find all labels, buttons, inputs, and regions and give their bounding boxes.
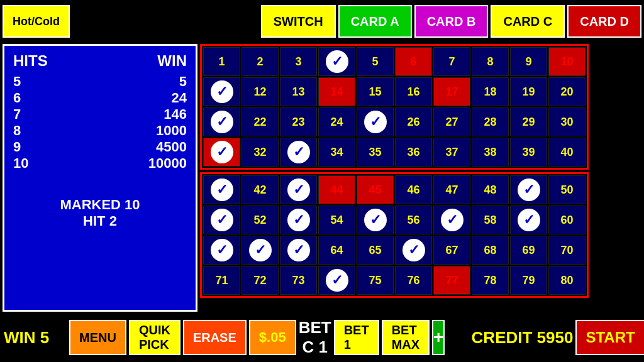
keno-cell[interactable] [318,266,355,295]
keno-cell[interactable]: 3 [280,47,317,76]
tab-card-b[interactable]: CARD B [414,5,489,38]
quik-pick-button[interactable]: QUIK PICK [129,320,180,355]
keno-cell[interactable]: 48 [472,175,509,204]
keno-cell[interactable]: 17 [433,77,470,106]
keno-cell[interactable]: 10 [548,47,586,76]
hw-hits: 9 [13,139,21,155]
keno-cell[interactable]: 68 [472,236,509,265]
keno-cell[interactable] [433,206,470,234]
keno-cell[interactable]: 60 [548,206,586,234]
keno-cell[interactable] [280,236,317,265]
keno-cell[interactable]: 67 [433,236,470,265]
keno-cell[interactable] [203,236,240,265]
keno-cell[interactable]: 14 [318,77,355,106]
bet-amount-button[interactable]: $.05 [249,320,296,355]
keno-cell[interactable] [357,107,394,136]
keno-cell[interactable]: 75 [357,266,394,295]
keno-cell[interactable] [280,175,317,204]
keno-cell[interactable]: 22 [242,107,279,136]
keno-cell[interactable] [510,206,547,234]
erase-button[interactable]: ERASE [183,320,247,355]
keno-cell[interactable]: 69 [510,236,547,265]
keno-cell[interactable]: 20 [548,77,586,106]
keno-cell[interactable] [203,138,240,167]
plus-button[interactable]: + [432,320,445,355]
bet1-button[interactable]: BET 1 [334,320,379,355]
keno-cell[interactable]: 13 [280,77,317,106]
keno-cell[interactable]: 76 [395,266,432,295]
keno-cell[interactable]: 30 [548,107,586,136]
keno-cell[interactable]: 2 [242,47,279,76]
keno-cell[interactable]: 46 [395,175,432,204]
keno-cell[interactable] [318,47,355,76]
keno-cell[interactable]: 27 [433,107,470,136]
keno-cell[interactable] [280,206,317,234]
keno-cell[interactable]: 79 [510,266,547,295]
keno-cell[interactable]: 26 [395,107,432,136]
keno-cell[interactable]: 44 [318,175,355,204]
hotcold-button[interactable]: Hot/Cold [3,5,70,38]
keno-cell[interactable]: 42 [242,175,279,204]
keno-cell[interactable]: 58 [472,206,509,234]
keno-cell[interactable]: 36 [395,138,432,167]
keno-cell[interactable]: 45 [357,175,394,204]
hw-win: 4500 [156,139,187,155]
keno-cell[interactable]: 34 [318,138,355,167]
keno-cell[interactable]: 6 [395,47,432,76]
keno-cell[interactable]: 78 [472,266,509,295]
keno-cell[interactable] [242,236,279,265]
keno-cell[interactable]: 80 [548,266,586,295]
keno-cell[interactable]: 64 [318,236,355,265]
keno-cell[interactable]: 23 [280,107,317,136]
tab-card-d[interactable]: CARD D [567,5,641,38]
keno-cell[interactable]: 1 [203,47,240,76]
keno-cell[interactable]: 35 [357,138,394,167]
tab-card-c[interactable]: CARD C [491,5,565,38]
keno-cell[interactable]: 70 [548,236,586,265]
tab-card-a[interactable]: CARD A [338,5,412,38]
keno-cell[interactable] [203,107,240,136]
keno-cell[interactable]: 18 [472,77,509,106]
keno-cell[interactable]: 54 [318,206,355,234]
keno-cell[interactable]: 15 [357,77,394,106]
hw-row: 94500 [13,139,187,155]
keno-cell[interactable]: 72 [242,266,279,295]
keno-cell[interactable]: 65 [357,236,394,265]
keno-cell[interactable]: 29 [510,107,547,136]
keno-cell[interactable]: 24 [318,107,355,136]
keno-cell[interactable]: 77 [433,266,470,295]
keno-cell[interactable] [395,236,432,265]
keno-cell[interactable]: 39 [510,138,547,167]
keno-cell[interactable]: 52 [242,206,279,234]
keno-cell[interactable]: 38 [472,138,509,167]
betmax-button[interactable]: BET MAX [382,320,430,355]
keno-cell[interactable]: 73 [280,266,317,295]
keno-cell[interactable]: 9 [510,47,547,76]
keno-cell[interactable]: 32 [242,138,279,167]
keno-cell[interactable] [203,77,240,106]
tab-switch[interactable]: SWITCH [261,5,336,38]
keno-cell[interactable]: 47 [433,175,470,204]
keno-cell[interactable]: 12 [242,77,279,106]
menu-button[interactable]: MENU [69,320,126,355]
keno-cell[interactable]: 37 [433,138,470,167]
keno-cell[interactable]: 7 [433,47,470,76]
keno-cell[interactable]: 16 [395,77,432,106]
keno-cell[interactable]: 5 [357,47,394,76]
keno-cell[interactable]: 50 [548,175,586,204]
hw-hits: 8 [13,123,21,139]
keno-cell[interactable] [203,175,240,204]
start-button[interactable]: START [575,320,644,355]
keno-cell[interactable]: 8 [472,47,509,76]
keno-cell[interactable] [357,206,394,234]
keno-cell[interactable]: 56 [395,206,432,234]
keno-cell[interactable] [280,138,317,167]
hw-win: 146 [164,106,187,123]
keno-cell[interactable]: 40 [548,138,586,167]
keno-cell[interactable]: 28 [472,107,509,136]
keno-cell[interactable] [510,175,547,204]
keno-cell[interactable] [203,206,240,234]
keno-cell[interactable]: 19 [510,77,547,106]
keno-cell[interactable]: 71 [203,266,240,295]
hw-hits: 10 [13,155,28,172]
